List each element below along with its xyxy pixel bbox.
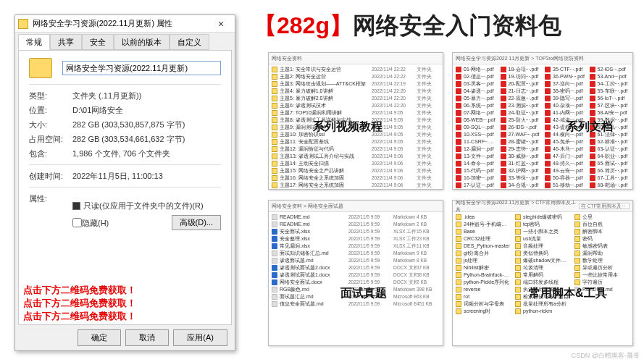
list-item[interactable]: 端口转发多线程 xyxy=(515,279,570,286)
list-item[interactable]: 字符遍历 xyxy=(574,279,630,286)
list-item[interactable]: 百位自然 xyxy=(574,221,630,228)
list-item[interactable]: python-rickm xyxy=(515,308,570,315)
list-item[interactable]: 65-面试···.pdf xyxy=(590,160,630,167)
breadcrumb[interactable]: 网络安全学习资源2022.11月更新 > CTF常用脚本及工具 xyxy=(453,201,632,212)
list-item[interactable]: .idea xyxy=(456,214,511,221)
list-item[interactable]: 48-持久···.pdf xyxy=(545,160,585,167)
list-item[interactable]: 渗透测试面试题2.docx2022/11/5 9:59DOCX 文档37 KB xyxy=(272,264,440,272)
tab-sharing[interactable]: 共享 xyxy=(50,34,82,50)
list-item[interactable]: 主题16: 网络安全之系统加固2022/11/4 9:06文件夹 xyxy=(272,174,440,182)
list-item[interactable]: 主题5: 暴力破解2.0讲解2022/11/4 22:20文件夹 xyxy=(272,95,440,102)
list-item[interactable]: 安全面试.xlsx2022/11/5 9:59XLSX 工作表15 KB xyxy=(272,228,440,235)
list-item[interactable]: 16-加密···.pdf xyxy=(456,174,496,182)
list-item[interactable]: 主题13: 渗透测试工具介绍与实战2022/11/4 9:06文件夹 xyxy=(272,153,440,160)
list-item[interactable]: 安全整理.xlsx2022/11/5 9:59XLSX 工作表23 KB xyxy=(272,235,440,243)
list-item[interactable]: README.md2022/11/5 9:59Markdown file4 KB xyxy=(272,214,440,221)
ok-button[interactable]: 确定 xyxy=(78,329,121,346)
list-item[interactable]: DES_Python-master xyxy=(456,243,511,250)
list-item[interactable]: 24种盗号-手机编码表 xyxy=(456,221,511,228)
folder-name-input[interactable] xyxy=(62,61,221,75)
list-item[interactable]: 主题18: 隐患交换技术与设施加固2022/11/4 9:06文件夹 xyxy=(272,189,440,190)
list-item[interactable]: 35-CTF···.pdf xyxy=(545,66,585,73)
list-item[interactable]: 敏感密码表 xyxy=(574,243,630,250)
breadcrumb[interactable]: 网络安全资料 > 网络安全面试题 xyxy=(269,201,443,212)
titlebar[interactable]: 网络安全学习资源(2022.11月更新) 属性 × xyxy=(15,15,235,33)
list-item[interactable]: 19-访问···.pdf xyxy=(501,73,541,80)
list-item[interactable]: 主题11: 安全配置基线2022/11/4 9:05文件夹 xyxy=(272,138,440,146)
hidden-checkbox[interactable] xyxy=(72,218,82,227)
list-item[interactable]: usb流量 xyxy=(515,235,570,243)
list-item[interactable]: 56-IoT···.pdf xyxy=(590,95,630,102)
list-item[interactable]: 27-WAF···.pdf xyxy=(501,131,541,138)
close-icon[interactable]: × xyxy=(210,18,232,30)
list-item[interactable]: 主题7: TOP10漏洞利用讲解2022/11/4 9:05文件夹 xyxy=(272,109,440,117)
apply-button[interactable]: 应用(A) xyxy=(173,329,227,346)
search-input[interactable] xyxy=(579,203,630,209)
tab-custom[interactable]: 自定义 xyxy=(170,34,209,50)
list-item[interactable]: 41-内网···.pdf xyxy=(545,109,585,117)
list-item[interactable]: 02-信息···.pdf xyxy=(456,73,496,80)
list-item[interactable]: Base xyxy=(456,228,511,235)
list-item[interactable]: 11-CSRF··.pdf xyxy=(456,138,496,146)
list-item[interactable]: 23-溯源···.pdf xyxy=(501,102,541,109)
list-item[interactable]: python-Pickle序列化 xyxy=(456,279,511,286)
list-item[interactable]: 08-WEB···.pdf xyxy=(456,117,496,124)
list-item[interactable]: 12-漏洞···.pdf xyxy=(456,146,496,153)
list-item[interactable]: 17-认证···.pdf xyxy=(456,182,496,189)
list-item[interactable]: 52-iOS···.pdf xyxy=(590,66,630,73)
list-item[interactable]: 渗透测试面试题1.docx2022/11/5 9:59DOCX 文档38 KB xyxy=(272,272,440,279)
list-item[interactable]: 10-XSS···.pdf xyxy=(456,131,496,138)
list-item[interactable]: 51-移动···.pdf xyxy=(545,182,585,189)
list-item[interactable]: 33-等保···.pdf xyxy=(501,174,541,182)
list-item[interactable]: reverse xyxy=(456,286,511,293)
list-item[interactable]: 音频处理 xyxy=(515,243,570,250)
list-item[interactable]: 05-暴力···.pdf xyxy=(456,95,496,102)
list-item[interactable]: 49-云安···.pdf xyxy=(545,167,585,174)
list-item[interactable]: README.md2022/11/5 9:59Markdown file2 KB xyxy=(272,221,440,228)
list-item[interactable]: 18-会话···.pdf xyxy=(501,66,541,73)
list-item[interactable]: 网络安全面试.docx2022/11/5 9:59DOCX 文档2 KB xyxy=(272,279,440,286)
list-item[interactable]: 07-网络···.pdf xyxy=(456,109,496,117)
list-item[interactable]: 解密脚本 xyxy=(574,228,630,235)
list-item[interactable]: 46-木马···.pdf xyxy=(545,146,585,153)
tab-previous[interactable]: 以前的版本 xyxy=(114,34,170,50)
list-item[interactable]: 36-PWN···.pdf xyxy=(545,73,585,80)
list-item[interactable]: 密码 xyxy=(574,235,630,243)
list-item[interactable]: rot xyxy=(456,293,511,300)
list-item[interactable]: 01-网络···.pdf xyxy=(456,66,496,73)
list-item[interactable]: 62-标准···.pdf xyxy=(590,138,630,146)
list-item[interactable]: 信息安全面试题.md2022/11/5 9:59Microsoft Edge··… xyxy=(272,300,440,308)
list-item[interactable]: 28-蜜罐···.pdf xyxy=(501,138,541,146)
list-item[interactable]: 66-简历···.pdf xyxy=(590,167,630,174)
list-item[interactable]: 64-职业···.pdf xyxy=(590,153,630,160)
list-item[interactable]: 主题12: 漏洞验证与代码2022/11/4 9:05文件夹 xyxy=(272,146,440,153)
list-item[interactable]: 渗透面试题.md2022/11/5 9:59Markdown file8 KB xyxy=(272,257,440,264)
list-item[interactable]: 一些小脚本之类 xyxy=(515,228,570,235)
list-item[interactable]: 40-杂项···.pdf xyxy=(545,102,585,109)
list-item[interactable]: 20-配置···.pdf xyxy=(501,80,541,88)
list-item[interactable]: 14-命令···.pdf xyxy=(456,160,496,167)
breadcrumb[interactable]: 网络安全资料 xyxy=(269,53,443,64)
list-item[interactable]: 39-隐写···.pdf xyxy=(545,95,585,102)
list-item[interactable]: 06-系统···.pdf xyxy=(456,102,496,109)
list-item[interactable]: 主题2: 网络安全运营2022/11/4 22:22文件夹 xyxy=(272,73,440,80)
list-item[interactable]: 类似替换码 xyxy=(515,250,570,257)
list-item[interactable]: 面试知识储备汇总.md2022/11/5 9:59Markdown file9 … xyxy=(272,250,440,257)
list-item[interactable]: 批量处理所有a分析 xyxy=(515,300,570,308)
list-item[interactable]: steghide爆破密码 xyxy=(515,214,570,221)
list-item[interactable]: 67-工具···.pdf xyxy=(590,174,630,182)
list-item[interactable]: 主题1: 安全常识与安全运营2022/11/4 22:22文件夹 xyxy=(272,66,440,73)
list-item[interactable]: 58-AI安···.pdf xyxy=(590,109,630,117)
list-item[interactable]: 30-威胁···.pdf xyxy=(501,153,541,160)
list-item[interactable]: 68-靶场···.pdf xyxy=(590,182,630,189)
breadcrumb[interactable]: 网络安全学习资源2022 11月更新 > TOP3xx网络攻防资料 xyxy=(453,53,632,64)
advanced-button[interactable]: 高级(D)... xyxy=(172,215,221,230)
cancel-button[interactable]: 取消 xyxy=(125,329,169,346)
list-item[interactable]: 21-日志···.pdf xyxy=(501,88,541,95)
list-item[interactable]: 主题4: 暴力破解1.0讲解2022/11/4 22:20文件夹 xyxy=(272,88,440,95)
list-item[interactable]: 24-取证···.pdf xyxy=(501,109,541,117)
list-item[interactable]: 爆破shadow文件哈希HID xyxy=(515,257,570,264)
list-item[interactable]: 异或遍历分析 xyxy=(574,264,630,272)
list-item[interactable]: 数学处理 xyxy=(574,257,630,264)
list-item[interactable]: 词频分析与字母表 xyxy=(456,300,511,308)
